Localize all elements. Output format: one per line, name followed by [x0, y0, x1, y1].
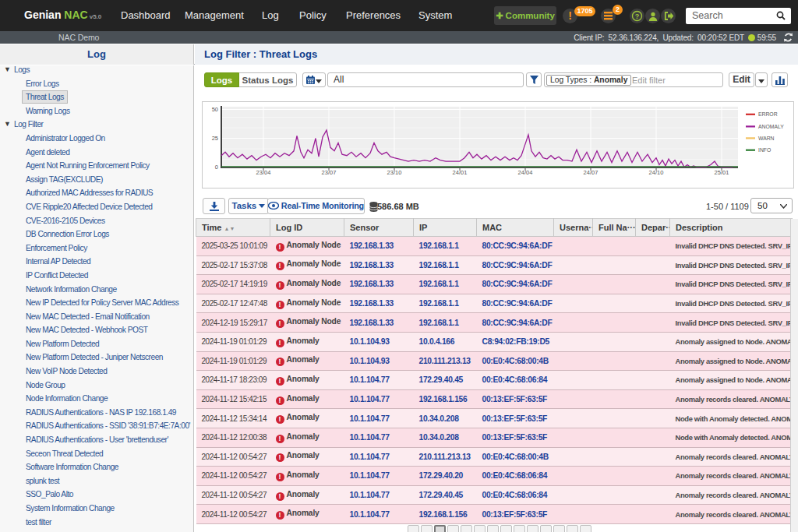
svg-text:0: 0: [215, 164, 218, 171]
svg-text:24/10: 24/10: [649, 169, 664, 176]
svg-text:50: 50: [212, 106, 218, 113]
svg-text:23/07: 23/07: [322, 169, 337, 176]
svg-text:25: 25: [212, 135, 218, 142]
svg-text:INFO: INFO: [758, 147, 771, 153]
svg-text:24/04: 24/04: [518, 169, 533, 176]
svg-text:23/04: 23/04: [256, 169, 271, 176]
svg-text:WARN: WARN: [758, 136, 775, 141]
svg-text:ANOMALY: ANOMALY: [758, 124, 784, 129]
svg-text:25/01: 25/01: [715, 169, 729, 176]
svg-text:23/10: 23/10: [387, 169, 402, 176]
svg-text:ERROR: ERROR: [758, 111, 778, 117]
svg-text:?: ?: [635, 12, 640, 20]
svg-text:24/01: 24/01: [453, 169, 468, 176]
svg-text:24/07: 24/07: [584, 169, 598, 176]
